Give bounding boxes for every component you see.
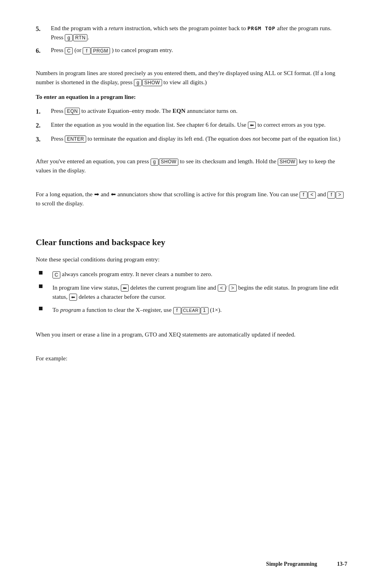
key-eqn: EQN	[65, 108, 80, 115]
key-f-right-shift: f	[327, 191, 335, 199]
step-eqn-3: 3. Press ENTER to terminate the equation…	[36, 134, 346, 144]
key-f-left-shift: f	[300, 191, 307, 199]
key-one: 1	[201, 307, 209, 314]
key-show-hold: SHOW	[278, 159, 297, 166]
step-eqn-1: 1. Press EQN to activate Equation–entry …	[36, 106, 346, 116]
bullet-2-icon	[36, 284, 45, 288]
checksum-paragraph: After you've entered an equation, you ca…	[36, 157, 346, 176]
step-5: 5. End the program with a return instruc…	[36, 24, 346, 42]
key-backspace: ⬅	[248, 122, 256, 129]
key-clear-label: CLEAR	[182, 307, 200, 314]
step-6-number: 6.	[36, 46, 51, 56]
key-backspace-3: ⬅	[69, 294, 77, 301]
key-c-bullet: C	[52, 271, 60, 279]
step-6-text: Press C (or f PRGM ) to cancel program e…	[51, 46, 346, 55]
key-less-than: <	[308, 191, 316, 199]
bullet-2-text: In program line view status, ⬅ deletes t…	[52, 283, 346, 302]
step-eqn-2: 2. Enter the equation as you would in th…	[36, 120, 346, 130]
bullet-3-text: To program a function to clear the X–reg…	[52, 306, 346, 315]
key-greater-than: >	[336, 191, 344, 199]
bullet-item-1: C always cancels program entry. It never…	[36, 270, 346, 279]
bullet-1-text: C always cancels program entry. It never…	[52, 270, 346, 279]
footer-section-label: Simple Programming	[266, 560, 317, 568]
key-f-clear: f	[173, 307, 181, 314]
footer-page-number: 13-7	[337, 560, 347, 568]
step-6: 6. Press C (or f PRGM ) to cancel progra…	[36, 46, 346, 56]
key-g-checksum: g	[151, 159, 159, 166]
bullet-item-3: To program a function to clear the X–reg…	[36, 306, 346, 315]
key-backspace-2: ⬅	[121, 284, 129, 292]
key-less-view: <	[218, 284, 226, 292]
scroll-paragraph: For a long equation, the ➡ and ⬅ annunci…	[36, 190, 346, 209]
step-eqn-2-text: Enter the equation as you would in the e…	[51, 120, 346, 130]
page-footer: Simple Programming 13-7	[266, 560, 347, 568]
numbers-paragraph: Numbers in program lines are stored prec…	[36, 69, 346, 87]
equation-subheading: To enter an equation in a program line:	[36, 93, 346, 102]
page-content: 5. End the program with a return instruc…	[36, 24, 346, 363]
step-5-number: 5.	[36, 24, 51, 34]
key-rtn: RTN	[73, 34, 87, 41]
key-f-shift: f	[83, 47, 91, 54]
key-g-show-shift: g	[134, 79, 142, 86]
bullet-item-2: In program line view status, ⬅ deletes t…	[36, 283, 346, 302]
step-eqn-1-number: 1.	[36, 106, 51, 116]
gto-paragraph: When you insert or erase a line in a pro…	[36, 330, 346, 339]
key-g-shift: g	[65, 34, 73, 41]
key-greater-view: >	[229, 284, 237, 292]
note-paragraph: Note these special conditions during pro…	[36, 255, 346, 264]
key-show-2: SHOW	[159, 159, 178, 166]
bullet-1-icon	[36, 271, 45, 275]
step-5-text: End the program with a return instructio…	[51, 24, 346, 42]
section-title-clear: Clear functions and backspace key	[36, 236, 346, 249]
step-eqn-3-text: Press ENTER to terminate the equation an…	[51, 134, 346, 143]
key-c: C	[65, 47, 73, 54]
step-eqn-3-number: 3.	[36, 134, 51, 144]
key-prgm: PRGM	[91, 47, 110, 54]
key-show: SHOW	[142, 79, 162, 86]
bullet-3-icon	[36, 307, 45, 310]
key-enter: ENTER	[65, 135, 86, 143]
example-paragraph: For example:	[36, 354, 346, 363]
bullet-list: C always cancels program entry. It never…	[36, 270, 346, 315]
step-eqn-1-text: Press EQN to activate Equation–entry mod…	[51, 106, 346, 116]
step-eqn-2-number: 2.	[36, 120, 51, 130]
